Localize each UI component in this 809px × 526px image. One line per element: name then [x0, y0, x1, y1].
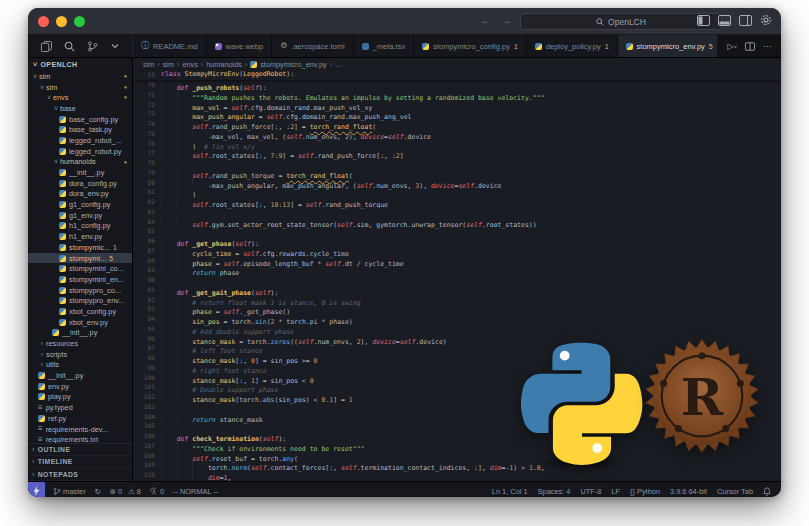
tree-file-__init__.py[interactable]: __init__.py: [28, 370, 132, 381]
code-line[interactable]: 84self.gym.set_actor_root_state_tensor(s…: [133, 217, 781, 227]
line-number[interactable]: 89: [133, 265, 161, 275]
tree-file-h1_config.py[interactable]: h1_config.py: [28, 221, 132, 232]
line-number[interactable]: 83: [133, 207, 161, 217]
tree-file-__init__.py[interactable]: __init__.py: [28, 167, 132, 178]
tree-file-requirements.txt[interactable]: ≡requirements.txt: [28, 434, 132, 442]
tree-file-play.py[interactable]: play.py: [28, 392, 132, 403]
git-branch-status[interactable]: master: [53, 487, 86, 496]
line-number[interactable]: 110: [133, 470, 161, 480]
breadcrumb-item[interactable]: sim: [163, 60, 174, 69]
code-line-sticky[interactable]: 15class StompyMicroEnv(LeggedRobot):: [133, 70, 294, 80]
tree-folder-resources[interactable]: ›resources: [28, 338, 132, 349]
sticky-scroll-line[interactable]: 15class StompyMicroEnv(LeggedRobot):: [133, 70, 781, 80]
split-editor-icon[interactable]: [745, 42, 755, 51]
tab-wave.webp[interactable]: wave.webp: [207, 35, 273, 57]
tree-folder-utils[interactable]: ›utils: [28, 360, 132, 371]
source-control-icon[interactable]: [87, 41, 98, 52]
code-line[interactable]: 89return phase: [133, 265, 781, 275]
eol-setting[interactable]: LF: [611, 487, 620, 496]
toggle-primary-sidebar-icon[interactable]: [697, 15, 710, 26]
cursor-position[interactable]: Ln 1, Col 1: [492, 487, 528, 496]
line-number[interactable]: 103: [133, 402, 161, 412]
tree-file-ref.py[interactable]: ref.py: [28, 413, 132, 424]
line-number[interactable]: 87: [133, 246, 161, 256]
tree-file-g1_config.py[interactable]: g1_config.py: [28, 199, 132, 210]
tree-folder-scripts[interactable]: ›scripts: [28, 349, 132, 360]
line-number[interactable]: 100: [133, 373, 161, 383]
tree-folder-base[interactable]: ˅base: [28, 103, 132, 114]
run-python-file-icon[interactable]: ▷˅: [727, 42, 737, 51]
line-number[interactable]: 86: [133, 236, 161, 246]
tree-file-legged_robot.py[interactable]: legged_robot.py: [28, 146, 132, 157]
code-line[interactable]: 87cycle_time = self.cfg.rewards.cycle_ti…: [133, 246, 781, 256]
breadcrumb-tail[interactable]: …: [335, 60, 342, 69]
line-number[interactable]: 78: [133, 158, 161, 168]
explorer-root-header[interactable]: ˅ OPENLCH: [28, 58, 132, 71]
tab-README.md[interactable]: ⓘREADME.md: [133, 35, 207, 57]
breadcrumb[interactable]: sim›sim›envs›humanoids›stompymicro_env.p…: [133, 58, 781, 70]
tab-_meta.tsx[interactable]: _meta.tsx: [354, 35, 415, 57]
tree-file-base_task.py[interactable]: base_task.py: [28, 124, 132, 135]
forward-icon[interactable]: →: [501, 14, 512, 27]
python-interpreter[interactable]: 3.9.6 64-bit: [670, 487, 707, 496]
notifications-bell-icon[interactable]: [763, 487, 771, 496]
tab-stompymicro_env.py[interactable]: stompymicro_env.py5×: [618, 35, 718, 57]
tab-deploy_policy.py[interactable]: deploy_policy.py1: [527, 35, 618, 57]
tree-file-stompymic...[interactable]: stompymic...1: [28, 242, 132, 253]
zoom-window-button[interactable]: [74, 16, 85, 27]
line-number[interactable]: 102: [133, 392, 161, 402]
tree-file-__init__.py[interactable]: __init__.py: [28, 328, 132, 339]
line-number[interactable]: 95: [133, 324, 161, 334]
explorer-icon[interactable]: [41, 41, 52, 52]
line-number[interactable]: 74: [133, 119, 161, 129]
search-icon[interactable]: [64, 41, 75, 52]
code-line[interactable]: 75-max_vel, max_vel, (self.num_envs, 2),…: [133, 129, 781, 139]
tree-file-dora_config.py[interactable]: dora_config.py: [28, 178, 132, 189]
line-number[interactable]: 76: [133, 139, 161, 149]
code-line[interactable]: 86def _get_phase(self):: [133, 236, 781, 246]
line-number[interactable]: 106: [133, 431, 161, 441]
line-number[interactable]: 99: [133, 363, 161, 373]
back-icon[interactable]: ←: [480, 14, 491, 27]
language-mode[interactable]: {} Python: [630, 487, 660, 496]
breadcrumb-file[interactable]: stompymicro_env.py: [260, 60, 326, 69]
line-number[interactable]: 73: [133, 109, 161, 119]
line-number[interactable]: 77: [133, 148, 161, 158]
ports-status[interactable]: 0: [150, 487, 164, 496]
line-number[interactable]: 91: [133, 285, 161, 295]
code-line[interactable]: 79self.rand_push_torque = torch_rand_flo…: [133, 168, 781, 178]
line-number[interactable]: 93: [133, 304, 161, 314]
code-line[interactable]: 88phase = self.episode_length_buf * self…: [133, 256, 781, 266]
breadcrumb-item[interactable]: humanoids: [206, 60, 242, 69]
tree-file-py.typed[interactable]: ≡py.typed: [28, 402, 132, 413]
breadcrumb-item[interactable]: sim: [143, 60, 154, 69]
code-line[interactable]: 109torch.norm(self.contact_forces[:, sel…: [133, 460, 781, 470]
line-number[interactable]: 71: [133, 90, 161, 100]
breadcrumb-item[interactable]: envs: [182, 60, 197, 69]
line-number[interactable]: 105: [133, 421, 161, 431]
line-number[interactable]: 72: [133, 100, 161, 110]
tree-folder-envs[interactable]: ˅envs●: [28, 92, 132, 103]
tree-file-xbot_env.py[interactable]: xbot_env.py: [28, 317, 132, 328]
line-number[interactable]: 94: [133, 314, 161, 324]
line-number[interactable]: 108: [133, 451, 161, 461]
section-notepads[interactable]: ›NOTEPADS: [28, 469, 132, 482]
sync-changes-button[interactable]: ↻: [95, 487, 101, 496]
line-number[interactable]: 98: [133, 353, 161, 363]
line-number[interactable]: 90: [133, 275, 161, 285]
tree-file-legged_robot_...[interactable]: legged_robot_...: [28, 135, 132, 146]
line-number[interactable]: 97: [133, 343, 161, 353]
line-number[interactable]: 80: [133, 178, 161, 188]
line-number[interactable]: 81: [133, 187, 161, 197]
section-outline[interactable]: ›OUTLINE: [28, 444, 132, 457]
code-line[interactable]: 74self.rand_push_force[:, :2] = torch_ra…: [133, 119, 781, 129]
tree-folder-sim[interactable]: ˅sim●: [28, 71, 132, 82]
toggle-secondary-sidebar-icon[interactable]: [739, 15, 752, 26]
code-line[interactable]: 76) # lin vel x/y: [133, 139, 781, 149]
code-line[interactable]: 70def _push_robots(self):: [133, 80, 781, 90]
line-number[interactable]: 104: [133, 412, 161, 422]
close-window-button[interactable]: [38, 16, 49, 27]
problems-status[interactable]: ⊗ 0 ⚠ 8: [110, 487, 141, 496]
code-line[interactable]: 94sin_pos = torch.sin(2 * torch.pi * pha…: [133, 314, 781, 324]
tree-file-stompymi...[interactable]: stompymi...5: [28, 253, 132, 264]
